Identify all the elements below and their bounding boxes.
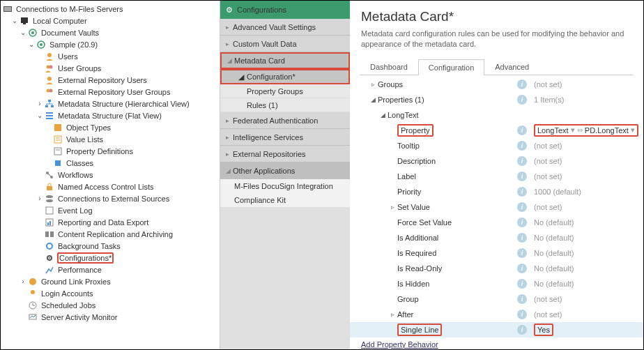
tree-bgtasks[interactable]: Background Tasks — [1, 240, 220, 252]
tree-contentrepl[interactable]: Content Replication and Archiving — [1, 228, 220, 240]
prop-groups[interactable]: ▹Groupsi(not set) — [350, 77, 643, 92]
svg-line-33 — [48, 174, 51, 176]
page-title: Metadata Card* — [361, 9, 632, 24]
gear-icon — [44, 252, 55, 264]
tree-local[interactable]: ⌄Local Computer — [1, 15, 220, 26]
tree-usergroups[interactable]: User Groups — [1, 62, 220, 74]
mid-advvault[interactable]: ▸Advanced Vault Settings — [220, 19, 350, 36]
svg-rect-15 — [45, 105, 48, 107]
svg-point-10 — [49, 65, 53, 68]
add-property-behavior[interactable]: Add Property Behavior — [350, 337, 643, 349]
prop-description[interactable]: Descriptioni(not set) — [350, 153, 643, 169]
svg-rect-23 — [46, 118, 53, 119]
svg-point-8 — [47, 53, 52, 57]
tree-objtypes[interactable]: Object Types — [1, 121, 220, 133]
svg-rect-21 — [46, 112, 53, 114]
tree-sam[interactable]: Server Activity Monitor — [1, 311, 220, 323]
prop-tooltip[interactable]: Tooltipi(not set) — [350, 138, 643, 153]
mid-panel: ⚙Configurations ▸Advanced Vault Settings… — [220, 1, 350, 349]
mid-cvd[interactable]: ▸Custom Vault Data — [220, 36, 350, 52]
tab-advanced[interactable]: Advanced — [484, 59, 539, 75]
svg-rect-1 — [4, 7, 11, 11]
link-icon: ⇔ — [577, 126, 583, 134]
prop-isadd[interactable]: Is AdditionaliNo (default) — [350, 230, 643, 245]
left-tree: Connections to M-Files Servers ⌄Local Co… — [1, 1, 220, 349]
clock-icon — [27, 300, 38, 311]
tree-users[interactable]: Users — [1, 50, 220, 62]
svg-point-47 — [31, 290, 35, 294]
tree-docvault[interactable]: ⌄Document Vaults — [1, 26, 220, 38]
tree-sample[interactable]: ⌄Sample (20.9) — [1, 38, 220, 50]
tree-perf[interactable]: Performance — [1, 264, 220, 275]
svg-point-7 — [40, 43, 43, 46]
tree-metahier[interactable]: ›Metadata Structure (Hierarchical View) — [1, 98, 220, 109]
info-icon: i — [517, 79, 527, 89]
right-panel: Metadata Card* Metadata card configurati… — [350, 1, 643, 349]
mid-compliance[interactable]: Compliance Kit — [220, 193, 350, 207]
tree-extrepogroups[interactable]: External Repository User Groups — [1, 86, 220, 98]
mid-intel[interactable]: ▸Intelligence Services — [220, 129, 350, 146]
tree-extrepousers[interactable]: External Repository Users — [1, 74, 220, 86]
svg-rect-14 — [48, 100, 51, 102]
workflow-icon — [44, 169, 55, 181]
tab-dashboard[interactable]: Dashboard — [360, 59, 418, 75]
prop-setvalue[interactable]: ▹Set Valuei(not set) — [350, 199, 643, 215]
tree-propdefs[interactable]: Property Definitions — [1, 145, 220, 157]
page-desc: Metadata card configuration rules can be… — [361, 29, 632, 50]
mid-config[interactable]: ◢Configuration* — [220, 69, 350, 84]
mid-rules[interactable]: Rules (1) — [220, 98, 350, 112]
mid-header: ⚙Configurations — [220, 1, 350, 19]
prop-isreq[interactable]: Is RequirediNo (default) — [350, 245, 643, 261]
tree-workflows[interactable]: Workflows — [1, 169, 220, 181]
tree-loginacc[interactable]: Login Accounts — [1, 287, 220, 299]
prop-forcesv[interactable]: Force Set ValueiNo (default) — [350, 215, 643, 230]
mid-mc[interactable]: ◢Metadata Card — [220, 52, 350, 69]
mid-fedauth[interactable]: ▸Federated Authentication — [220, 112, 350, 129]
svg-rect-37 — [46, 207, 53, 214]
tree-eventlog[interactable]: Event Log — [1, 204, 220, 216]
prop-isro[interactable]: Is Read-OnlyiNo (default) — [350, 261, 643, 276]
mid-extrepo[interactable]: ▸External Repositories — [220, 146, 350, 162]
gear-icon — [44, 241, 55, 252]
prop-group[interactable]: Groupi(not set) — [350, 291, 643, 307]
prop-property[interactable]: PropertyiLongText ▾ ⇔ PD.LongText ▾ — [350, 123, 643, 138]
tree-glp[interactable]: ›Ground Link Proxies — [1, 275, 220, 287]
prop-ishid[interactable]: Is HiddeniNo (default) — [350, 276, 643, 291]
svg-rect-25 — [54, 136, 61, 143]
svg-rect-2 — [21, 17, 28, 23]
svg-rect-24 — [54, 124, 61, 131]
tree-root[interactable]: Connections to M-Files Servers — [1, 3, 220, 15]
prop-properties[interactable]: ◢Properties (1)i1 Item(s) — [350, 92, 643, 107]
mid-docusign[interactable]: M-Files DocuSign Integration — [220, 179, 350, 193]
prop-longtext[interactable]: ◢LongText — [350, 107, 643, 123]
svg-point-46 — [29, 278, 36, 285]
mid-propgroups[interactable]: Property Groups — [220, 84, 350, 98]
svg-point-11 — [47, 77, 52, 81]
users-icon — [44, 63, 55, 74]
svg-rect-22 — [46, 115, 53, 116]
tree-connext[interactable]: ›Connections to External Sources — [1, 192, 220, 204]
svg-point-43 — [47, 243, 52, 249]
prop-priority[interactable]: Priorityi1000 (default) — [350, 184, 643, 199]
svg-point-36 — [46, 199, 53, 202]
svg-point-13 — [49, 89, 53, 92]
tree-configs[interactable]: Configurations* — [1, 252, 220, 264]
hierarchy-icon — [44, 98, 55, 109]
tree-schedjobs[interactable]: Scheduled Jobs — [1, 299, 220, 311]
svg-point-45 — [49, 257, 50, 259]
svg-rect-3 — [23, 23, 26, 24]
lock-icon — [44, 181, 55, 192]
tree-metaflat[interactable]: ⌄Metadata Structure (Flat View) — [1, 109, 220, 121]
tree-classes[interactable]: Classes — [1, 157, 220, 169]
tree-valuelists[interactable]: Value Lists — [1, 133, 220, 145]
svg-rect-16 — [51, 105, 54, 107]
tree-nacl[interactable]: Named Access Control Lists — [1, 181, 220, 192]
list-icon — [44, 110, 55, 121]
prop-singleline[interactable]: Single LineiYes — [350, 322, 643, 337]
tab-configuration[interactable]: Configuration — [418, 59, 484, 75]
mid-otherapps[interactable]: ◢Other Applications — [220, 162, 350, 179]
prop-after[interactable]: ▹Afteri(not set) — [350, 307, 643, 322]
prop-label[interactable]: Labeli(not set) — [350, 169, 643, 184]
tree-report[interactable]: Reporting and Data Export — [1, 216, 220, 228]
svg-point-5 — [31, 31, 34, 34]
